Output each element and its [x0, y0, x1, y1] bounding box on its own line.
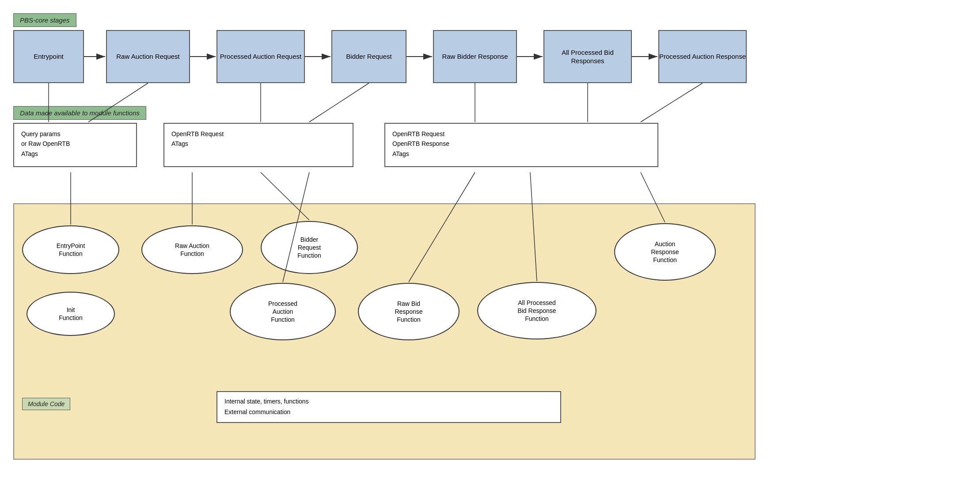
flow-box-entrypoint: Entrypoint [13, 30, 84, 83]
entrypoint-function: EntryPoint Function [22, 225, 119, 274]
data-box-openrtb-request: OpenRTB Request ATags [163, 123, 353, 167]
raw-bid-response-function: Raw Bid Response Function [358, 283, 460, 340]
bidder-request-function: Bidder Request Function [261, 221, 358, 274]
raw-auction-function: Raw Auction Function [141, 225, 243, 274]
data-box-query-params: Query params or Raw OpenRTB ATags [13, 123, 137, 167]
pbs-core-label: PBS-core stages [13, 13, 76, 27]
all-processed-bid-response-function: All Processed Bid Response Function [477, 282, 596, 339]
flow-box-raw-auction-request: Raw Auction Request [106, 30, 190, 83]
svg-line-10 [309, 83, 369, 122]
internal-state-box: Internal state, timers, functions Extern… [217, 391, 561, 423]
data-box-openrtb-response: OpenRTB Request OpenRTB Response ATags [384, 123, 658, 167]
diagram-container: PBS-core stages Entrypoint Raw Auction R… [0, 0, 980, 495]
auction-response-function: Auction Response Function [614, 223, 716, 281]
init-function: Init Function [27, 292, 115, 336]
flow-box-processed-auction-response: Processed Auction Response [658, 30, 747, 83]
svg-line-13 [641, 83, 703, 122]
flow-box-all-processed-bid-responses: All Processed Bid Responses [543, 30, 632, 83]
flow-box-bidder-request: Bidder Request [331, 30, 406, 83]
module-code-label: Module Code [22, 398, 70, 410]
data-available-label: Data made available to module functions [13, 106, 146, 120]
processed-auction-function: Processed Auction Function [230, 283, 336, 340]
flow-box-processed-auction-request: Processed Auction Request [217, 30, 305, 83]
flow-box-raw-bidder-response: Raw Bidder Response [433, 30, 517, 83]
